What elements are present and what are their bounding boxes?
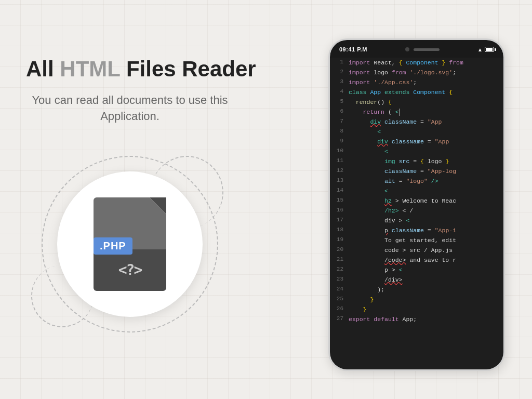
code-line-17: 17 div > < [330,216,503,225]
code-line-1: 1 import React, { Component } from [330,58,503,68]
code-line-24: 24 ); [330,285,503,295]
code-line-7: 7 div className = "App [330,117,503,127]
code-line-2: 2 import logo from './logo.svg'; [330,68,503,77]
battery-icon [485,47,494,52]
code-line-27: 27 export default App; [330,314,503,324]
title-word-html: HTML [60,57,120,81]
battery-fill [486,48,493,51]
code-line-13: 13 alt = "logo" /> [330,176,503,186]
code-line-14: 14 < [330,186,503,196]
file-icon-top: .PHP [94,197,166,249]
phone-top-center [405,47,440,51]
code-line-6: 6 return ( < [330,107,503,117]
code-line-20: 20 code > src / App.js [330,245,503,255]
code-line-11: 11 img src = { logo } [330,156,503,166]
code-line-3: 3 import './App.css'; [330,77,503,87]
phone-camera [405,47,409,51]
phone-wrapper: 09:41 P.M ▲ [328,38,505,371]
code-line-12: 12 className = "App-log [330,166,503,176]
code-line-26: 26 } [330,304,503,314]
phone-time: 09:41 P.M [339,46,367,52]
title-word-all: All [26,57,54,81]
code-line-25: 25 } [330,295,503,304]
code-line-5: 5 render() { [330,97,503,107]
file-corner-fold [150,197,166,214]
file-icon-bottom: <?> [94,249,166,291]
code-line-4: 4 class App extends Component { [330,87,503,97]
code-editor: 1 import React, { Component } from 2 imp… [330,58,503,369]
code-line-23: 23 /div> [330,275,503,285]
title-word-reader: Reader [182,57,256,81]
code-line-19: 19 To get started, edit [330,235,503,245]
phone-status-bar: 09:41 P.M ▲ [330,40,503,58]
left-panel: All HTML Files Reader You can read all d… [0,35,301,364]
code-lines: 1 import React, { Component } from 2 imp… [330,58,503,324]
code-line-21: 21 /code> and save to r [330,255,503,265]
icon-circle-area: .PHP <?> [26,145,234,343]
white-circle: .PHP <?> [57,171,203,317]
code-line-22: 22 p > < [330,265,503,275]
code-line-18: 18 p className = "App-i [330,225,503,235]
php-bracket-icon: <?> [118,261,142,278]
php-label: .PHP [94,237,132,255]
php-file-icon: .PHP <?> [88,197,171,291]
phone-status-icons: ▲ [477,47,494,52]
phone-speaker [414,48,440,51]
code-line-10: 10 < [330,147,503,156]
right-panel: 09:41 P.M ▲ [301,28,532,371]
code-line-9: 9 div className = "App [330,137,503,147]
phone-body: 09:41 P.M ▲ [328,38,505,371]
wifi-icon: ▲ [477,47,483,52]
main-container: All HTML Files Reader You can read all d… [0,0,532,399]
app-title: All HTML Files Reader [26,56,256,82]
title-word-files: Files [126,57,176,81]
code-line-16: 16 /h2> < / [330,206,503,216]
code-line-8: 8 < [330,127,503,137]
subtitle-text: You can read all documents to use this A… [26,92,234,125]
code-line-15: 15 h2 > Welcome to Reac [330,196,503,206]
